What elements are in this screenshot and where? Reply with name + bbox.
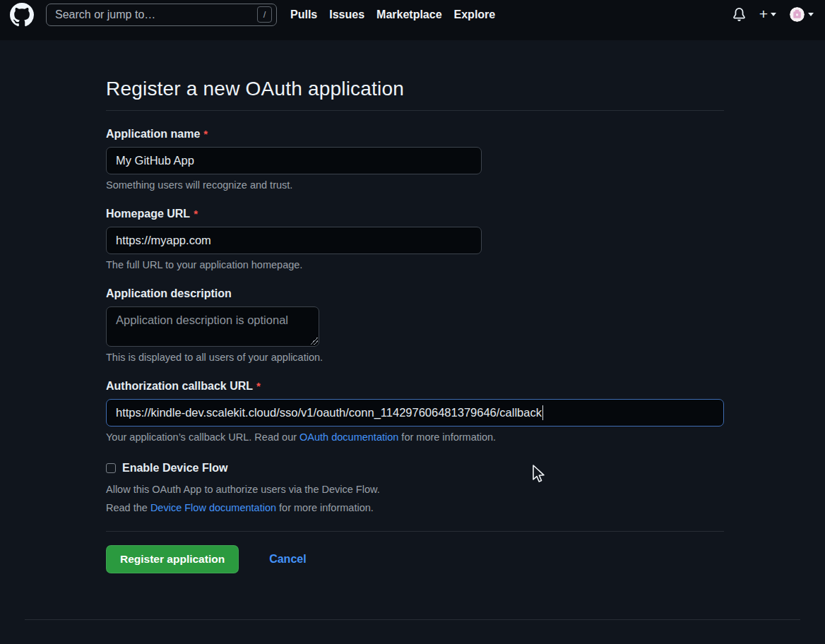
callback-url-input[interactable]: https://kindle-dev.scalekit.cloud/sso/v1… bbox=[106, 399, 724, 427]
field-group-application-name: Application name* Something users will r… bbox=[106, 128, 724, 191]
create-new-menu[interactable]: + bbox=[759, 8, 776, 21]
device-flow-note-2: Read the Device Flow documentation for m… bbox=[106, 502, 724, 513]
nav-explore[interactable]: Explore bbox=[454, 8, 496, 21]
application-name-label: Application name bbox=[106, 128, 200, 141]
device-flow-checkbox[interactable] bbox=[106, 463, 116, 473]
description-help: This is displayed to all users of your a… bbox=[106, 352, 724, 363]
main-content: Register a new OAuth application Applica… bbox=[106, 78, 724, 573]
field-group-callback-url: Authorization callback URL* https://kind… bbox=[106, 380, 724, 443]
avatar bbox=[790, 7, 805, 22]
cancel-link[interactable]: Cancel bbox=[269, 553, 306, 566]
global-header: / Pulls Issues Marketplace Explore + bbox=[0, 0, 825, 40]
header-right: + bbox=[732, 7, 814, 22]
device-flow-note-1: Allow this OAuth App to authorize users … bbox=[106, 484, 724, 495]
global-search[interactable]: / bbox=[46, 4, 277, 26]
device-flow-documentation-link[interactable]: Device Flow documentation bbox=[150, 502, 276, 513]
page-title: Register a new OAuth application bbox=[106, 78, 724, 111]
homepage-url-input[interactable] bbox=[106, 227, 482, 254]
text-caret bbox=[542, 405, 544, 420]
form-actions: Register application Cancel bbox=[106, 545, 724, 573]
homepage-url-label: Homepage URL bbox=[106, 208, 190, 220]
required-asterisk: * bbox=[256, 380, 261, 392]
notifications-bell-icon[interactable] bbox=[732, 8, 746, 21]
oauth-register-page: { "header": { "logo_icon": "github-octoc… bbox=[0, 0, 825, 644]
footer-divider bbox=[25, 619, 800, 620]
device-flow-row: Enable Device Flow bbox=[106, 462, 724, 475]
top-nav: Pulls Issues Marketplace Explore bbox=[290, 8, 495, 21]
callback-url-value: https://kindle-dev.scalekit.cloud/sso/v1… bbox=[116, 406, 542, 419]
description-label: Application description bbox=[106, 287, 232, 300]
application-name-help: Something users will recognize and trust… bbox=[106, 179, 724, 191]
application-name-input[interactable] bbox=[106, 147, 482, 174]
form-divider bbox=[106, 531, 724, 532]
nav-marketplace[interactable]: Marketplace bbox=[376, 8, 442, 21]
slash-shortcut-hint: / bbox=[257, 6, 272, 23]
github-logo-icon[interactable] bbox=[10, 3, 34, 27]
callback-url-label: Authorization callback URL bbox=[106, 380, 253, 393]
required-asterisk: * bbox=[194, 208, 198, 220]
search-input[interactable] bbox=[55, 8, 257, 21]
nav-issues[interactable]: Issues bbox=[329, 8, 364, 21]
required-asterisk: * bbox=[203, 128, 208, 140]
field-group-homepage-url: Homepage URL* The full URL to your appli… bbox=[106, 208, 724, 270]
caret-down-icon bbox=[771, 13, 776, 16]
caret-down-icon bbox=[808, 13, 814, 16]
user-menu[interactable] bbox=[790, 7, 814, 22]
homepage-url-help: The full URL to your application homepag… bbox=[106, 259, 724, 270]
plus-icon: + bbox=[759, 6, 768, 21]
callback-url-help: Your application’s callback URL. Read ou… bbox=[106, 431, 724, 443]
field-group-description: Application description This is displaye… bbox=[106, 287, 724, 363]
register-application-button[interactable]: Register application bbox=[106, 545, 239, 573]
device-flow-label[interactable]: Enable Device Flow bbox=[122, 462, 227, 475]
nav-pulls[interactable]: Pulls bbox=[290, 8, 317, 21]
description-textarea[interactable] bbox=[106, 306, 319, 347]
oauth-documentation-link[interactable]: OAuth documentation bbox=[299, 431, 398, 443]
